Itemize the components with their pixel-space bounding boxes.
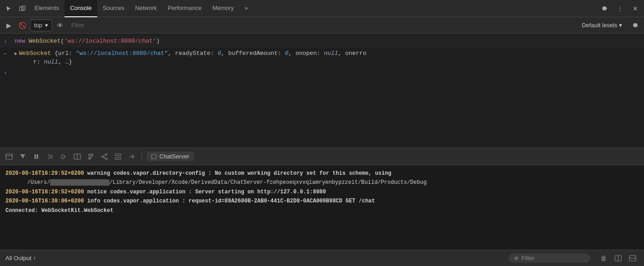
log-line-5: Connected: WebSocketKit.WebSocket	[5, 206, 639, 215]
expand-icon[interactable]	[627, 252, 639, 264]
xcode-log-content: 2020-08-16T16:29:52+0200 warning codes.v…	[0, 165, 644, 250]
xcode-panel-icon[interactable]	[72, 151, 83, 162]
xcode-step2-icon[interactable]	[58, 151, 69, 162]
scheme-name: ChatServer	[159, 153, 189, 160]
output-selector[interactable]: All Output ↑	[5, 255, 36, 261]
svg-rect-4	[35, 154, 36, 159]
eye-icon[interactable]: 👁	[54, 20, 66, 31]
console-input-code: new WebSocket('ws://localhost:8080/chat'…	[15, 37, 160, 46]
tab-network[interactable]: Network	[130, 0, 163, 17]
svg-rect-2	[6, 154, 12, 159]
tab-performance[interactable]: Performance	[162, 0, 207, 17]
filter-box-label: Filter	[521, 255, 535, 261]
console-output-line: ← ▶ WebSocket {url: "ws://localhost:8080…	[0, 48, 644, 68]
xcode-panel: ChatServer 2020-08-16T16:29:52+0200 warn…	[0, 148, 644, 266]
svg-rect-0	[20, 7, 23, 10]
more-options-icon[interactable]: ⋮	[614, 2, 626, 15]
statusbar-filter-box[interactable]: ⊕ Filter	[509, 253, 590, 263]
ban-icon[interactable]: 🚫	[16, 20, 28, 31]
log-timestamp-1: 2020-08-16T16:29:52+0200	[5, 170, 84, 177]
expand-arrow[interactable]: ▶	[15, 50, 17, 57]
output-label: All Output	[5, 255, 31, 261]
svg-rect-5	[37, 154, 38, 159]
cursor-icon[interactable]	[2, 2, 15, 15]
svg-rect-18	[115, 154, 121, 156]
clear-log-icon[interactable]: 🗑	[598, 252, 609, 264]
toolbar-divider	[142, 153, 142, 161]
svg-rect-21	[152, 154, 156, 159]
xcode-toolbar: ChatServer	[0, 148, 644, 165]
log-indent-line: /Users/█████████████████/Library/Develop…	[27, 179, 426, 186]
tab-more[interactable]: »	[239, 0, 253, 17]
log-line-4: 2020-08-16T16:30:06+0200 info codes.vapo…	[5, 197, 639, 206]
filter-circle-icon: ⊕	[514, 255, 519, 261]
context-selector[interactable]: top ▾	[30, 20, 52, 31]
svg-point-12	[91, 154, 93, 156]
statusbar-icons: 🗑	[598, 252, 639, 264]
chevron-down-icon: ▾	[619, 22, 622, 29]
chevron-up-icon: ↑	[33, 255, 36, 261]
output-prompt: ←	[4, 49, 11, 59]
svg-point-10	[89, 154, 90, 156]
console-output-code: WebSocket {url: "ws://localhost:8080/cha…	[19, 49, 367, 67]
filter-input[interactable]	[68, 22, 576, 29]
console-toolbar: ▶ 🚫 top ▾ 👁 Default levels ▾	[0, 17, 644, 34]
svg-rect-19	[115, 158, 121, 159]
svg-point-14	[102, 156, 104, 158]
default-levels-label: Default levels	[582, 22, 617, 29]
chevron-down-icon: ▾	[45, 22, 48, 29]
close-icon[interactable]: ✕	[629, 2, 642, 15]
console-input-line: › new WebSocket('ws://localhost:8080/cha…	[0, 35, 644, 48]
svg-point-15	[105, 158, 107, 160]
xcode-arrow-icon[interactable]	[126, 151, 137, 162]
context-label: top	[34, 22, 42, 29]
log-line-2: /Users/█████████████████/Library/Develop…	[5, 178, 639, 187]
device-toggle-icon[interactable]	[16, 2, 29, 15]
log-line-1: 2020-08-16T16:29:52+0200 warning codes.v…	[5, 169, 639, 178]
console-cursor-line: ›	[0, 68, 644, 78]
devtools-tab-bar: Elements Console Sources Network Perform…	[0, 0, 644, 17]
input-prompt: ›	[4, 37, 11, 46]
default-levels-selector[interactable]: Default levels ▾	[578, 21, 626, 30]
svg-point-13	[105, 153, 107, 155]
xcode-branch-icon[interactable]	[85, 151, 96, 162]
console-output: › new WebSocket('ws://localhost:8080/cha…	[0, 34, 644, 148]
xcode-stack-icon[interactable]	[113, 151, 124, 162]
split-view-icon[interactable]	[612, 252, 624, 264]
xcode-filter-icon[interactable]	[17, 151, 28, 162]
console-settings-icon[interactable]	[629, 20, 641, 31]
xcode-statusbar: All Output ↑ ⊕ Filter 🗑	[0, 250, 644, 266]
tab-console[interactable]: Console	[64, 0, 97, 17]
log-line-3: 2020-08-16T16:29:52+0200 notice codes.va…	[5, 187, 639, 197]
settings-icon[interactable]	[598, 2, 611, 15]
tab-memory[interactable]: Memory	[207, 0, 239, 17]
run-icon[interactable]: ▶	[3, 20, 15, 31]
svg-line-17	[104, 157, 105, 158]
tab-elements[interactable]: Elements	[29, 0, 64, 17]
xcode-share-icon[interactable]	[99, 151, 110, 162]
tab-sources[interactable]: Sources	[97, 0, 130, 17]
cursor-prompt: ›	[4, 69, 7, 76]
scheme-selector[interactable]: ChatServer	[147, 152, 194, 161]
xcode-pause-icon[interactable]	[31, 151, 42, 162]
xcode-console-icon[interactable]	[4, 151, 15, 162]
xcode-step-icon[interactable]	[45, 151, 55, 162]
svg-line-16	[104, 155, 105, 156]
